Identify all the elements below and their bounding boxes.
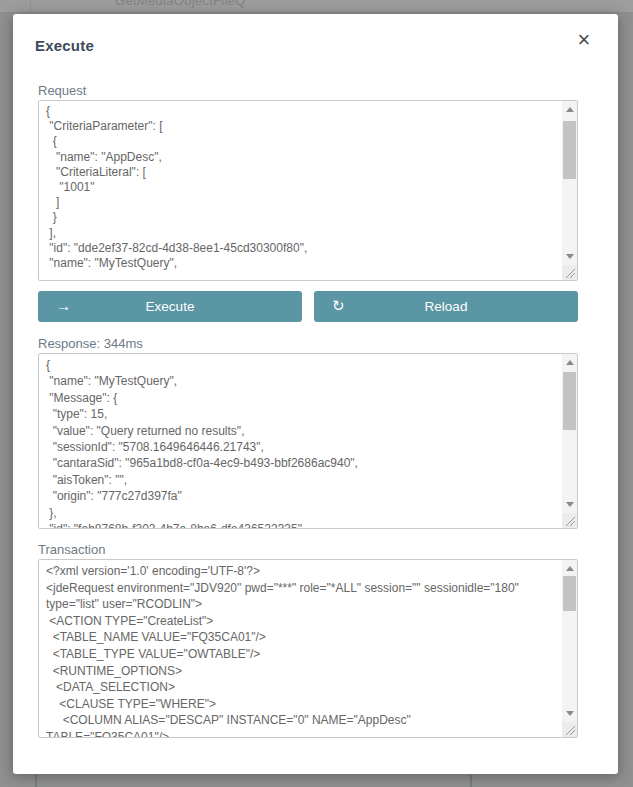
execute-button-label: Execute	[146, 299, 195, 314]
resize-grip-icon[interactable]	[562, 722, 577, 737]
transaction-textarea[interactable]: <?xml version='1.0' encoding='UTF-8'?> <…	[38, 559, 578, 738]
scroll-down-icon[interactable]	[566, 502, 574, 507]
response-scrollbar-thumb[interactable]	[563, 372, 576, 430]
dimmed-background-page: GetMediaObjectFileQ	[0, 0, 633, 13]
request-label: Request	[38, 83, 86, 98]
request-textarea[interactable]: { "CriteriaParameter": [ { "name": "AppD…	[38, 100, 578, 281]
transaction-textarea-content: <?xml version='1.0' encoding='UTF-8'?> <…	[39, 560, 561, 737]
execute-dialog: Execute × Request { "CriteriaParameter":…	[13, 14, 618, 774]
request-textarea-content: { "CriteriaParameter": [ { "name": "AppD…	[39, 101, 561, 280]
dialog-actions: → Execute ↻ Reload	[38, 291, 578, 322]
resize-grip-icon[interactable]	[562, 265, 577, 280]
background-artifact	[470, 775, 472, 787]
scroll-up-icon[interactable]	[566, 566, 574, 571]
reload-button-label: Reload	[425, 299, 468, 314]
response-textarea[interactable]: { "name": "MyTestQuery", "Message": { "t…	[38, 353, 578, 529]
dialog-title: Execute	[35, 37, 94, 54]
background-page-text: GetMediaObjectFileQ	[115, 0, 246, 8]
close-icon[interactable]: ×	[572, 28, 596, 52]
response-status-label: Response: 344ms	[38, 336, 143, 351]
request-scrollbar-thumb[interactable]	[563, 121, 576, 179]
scroll-down-icon[interactable]	[566, 254, 574, 259]
scroll-up-icon[interactable]	[566, 107, 574, 112]
arrow-right-icon: →	[56, 291, 71, 322]
response-scrollbar-track[interactable]	[562, 354, 577, 513]
background-artifact	[35, 775, 37, 787]
scroll-up-icon[interactable]	[566, 360, 574, 365]
background-divider	[30, 0, 31, 12]
scroll-down-icon[interactable]	[566, 711, 574, 716]
reload-icon: ↻	[332, 291, 345, 322]
transaction-scrollbar-track[interactable]	[562, 560, 577, 722]
execute-button[interactable]: → Execute	[38, 291, 302, 322]
transaction-scrollbar-thumb[interactable]	[563, 576, 576, 611]
reload-button[interactable]: ↻ Reload	[314, 291, 578, 322]
request-scrollbar-track[interactable]	[562, 101, 577, 265]
resize-grip-icon[interactable]	[562, 513, 577, 528]
response-textarea-content: { "name": "MyTestQuery", "Message": { "t…	[39, 354, 561, 528]
transaction-label: Transaction	[38, 542, 105, 557]
